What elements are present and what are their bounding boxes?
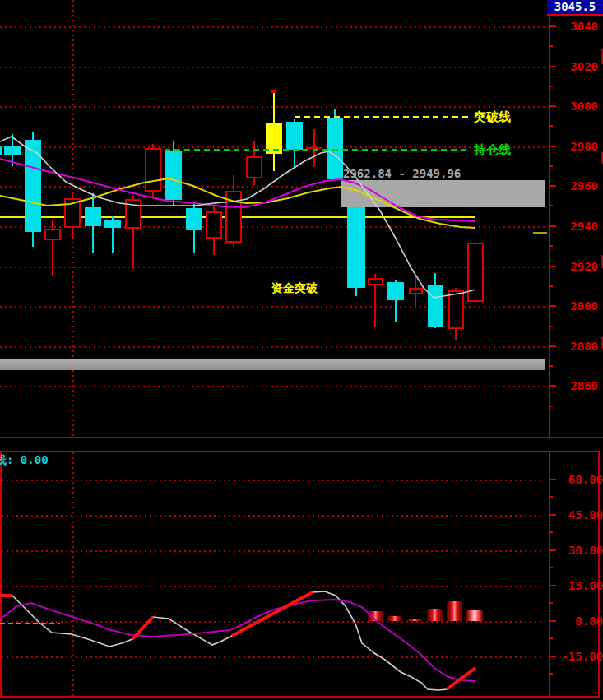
y-axis-label: 3020 [555,61,598,72]
y-axis-label: 2920 [555,261,598,272]
axis-minor-tick [549,602,553,604]
candle-body [368,278,383,285]
price-gridline [0,386,545,387]
indicator-bar [368,611,383,621]
price-range-annotation: 2962.84 - 2949.96 [343,167,461,180]
price-gridline [0,26,545,28]
indicator-axis [549,452,550,696]
y-axis-label: 2960 [555,180,598,192]
indicator-value-label: 线: 0.00 [0,453,49,468]
y-axis-label: 15.00 [555,580,603,591]
price-gridline [0,67,545,68]
candle-body [125,199,141,229]
price-chart-plot-area[interactable] [0,0,603,437]
last-price-box: 3045.5 [547,0,603,16]
indicator-bar [466,610,483,621]
axis-minor-tick [549,45,553,47]
candle-body [286,122,303,150]
candle-body [428,285,443,327]
candle-body [467,243,484,302]
price-gridline [0,346,545,348]
price-gridline [0,226,545,228]
y-axis-label: 2980 [555,141,598,152]
y-axis-label: 2940 [555,220,598,232]
y-axis-label: 2860 [555,380,598,392]
candle-body [25,140,41,232]
y-axis-label: 3040 [555,21,598,32]
y-axis-label: 0.00 [555,615,603,627]
indicator-gridline [2,550,545,552]
y-axis-label: 45.00 [555,509,603,521]
candle-body [85,207,101,226]
indicator-gridline [2,586,545,587]
y-axis-label: 2880 [555,341,598,352]
candle-body [409,288,423,294]
breakout-dashed-line [295,116,469,118]
candle-body [104,220,121,228]
axis-minor-tick [549,285,553,287]
indicator-vertical-gridline [72,452,74,696]
y-axis-label: 60.00 [555,474,603,485]
indicator-gridline [2,656,545,658]
y-axis-label: 2900 [555,300,598,312]
y-axis-label: -15.00 [555,651,603,662]
position-line-label: 持仓线 [474,142,511,158]
candle-body [186,208,202,230]
candle-body [448,290,464,329]
axis-minor-tick [549,365,553,367]
candle-body [4,146,21,155]
candle-body [165,151,182,200]
indicator-gridline [2,480,545,481]
axis-minor-tick [549,531,553,533]
axis-minor-tick [549,86,553,87]
indicator-bar [447,601,462,621]
indicator-bar [427,609,443,621]
axis-minor-tick [549,165,553,167]
candle-body [44,229,61,240]
y-axis-label: 3000 [555,100,598,112]
indicator-bar [387,616,402,621]
position-dashed-line [165,149,469,151]
axis-side-marker [533,232,547,234]
axis-minor-tick [549,326,553,327]
capital-breakout-annotation: 资金突破 [271,281,318,296]
indicator-bar [407,619,422,621]
trading-chart-window: 3045.5 突破线 持仓线 2962.84 - 2949.96 资金突破 线:… [0,0,603,700]
candle-wick-tip [271,90,276,93]
candle-body [387,282,404,300]
candle-body [64,198,81,228]
gray-price-band [0,359,545,370]
candle-body [145,148,161,192]
indicator-plot-area[interactable] [0,451,603,698]
candle-body [0,146,2,155]
axis-minor-tick [549,245,553,247]
indicator-gridline [2,515,545,517]
price-gridline [0,306,545,308]
axis-minor-tick [549,205,553,206]
axis-minor-tick [549,637,553,639]
candle-body [206,211,222,239]
axis-minor-tick [549,406,553,407]
breakout-line-label: 突破线 [474,109,511,125]
axis-minor-tick [549,496,553,498]
indicator-gridline [2,621,545,623]
gray-range-zone [341,180,545,207]
axis-minor-tick [549,567,553,568]
price-gridline [0,267,545,268]
candle-body [246,156,262,178]
axis-minor-tick [549,673,553,675]
axis-minor-tick [549,125,553,127]
candle-body [225,191,242,243]
y-axis-label: 30.00 [555,545,603,556]
panel-divider [0,437,603,438]
